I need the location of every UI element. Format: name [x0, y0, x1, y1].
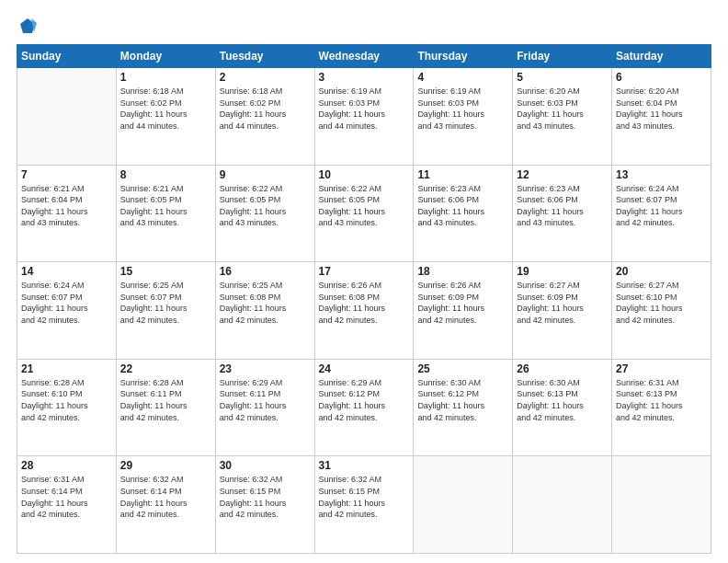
header [17, 17, 711, 35]
day-info: Sunrise: 6:29 AMSunset: 6:12 PMDaylight:… [319, 377, 410, 423]
calendar-cell: 29Sunrise: 6:32 AMSunset: 6:14 PMDayligh… [116, 456, 215, 554]
calendar-cell: 31Sunrise: 6:32 AMSunset: 6:15 PMDayligh… [314, 456, 414, 554]
day-number: 6 [616, 71, 707, 84]
day-info: Sunrise: 6:18 AMSunset: 6:02 PMDaylight:… [220, 86, 311, 132]
calendar-cell: 6Sunrise: 6:20 AMSunset: 6:04 PMDaylight… [612, 68, 711, 166]
calendar-cell: 4Sunrise: 6:19 AMSunset: 6:03 PMDaylight… [414, 68, 513, 166]
day-header-monday: Monday [116, 45, 215, 68]
calendar-cell: 5Sunrise: 6:20 AMSunset: 6:03 PMDaylight… [513, 68, 612, 166]
day-number: 4 [417, 71, 508, 84]
calendar-cell: 8Sunrise: 6:21 AMSunset: 6:05 PMDaylight… [116, 165, 215, 262]
day-number: 8 [120, 168, 211, 181]
day-info: Sunrise: 6:25 AMSunset: 6:07 PMDaylight:… [120, 280, 211, 326]
calendar-cell: 14Sunrise: 6:24 AMSunset: 6:07 PMDayligh… [17, 262, 117, 360]
day-number: 14 [21, 265, 112, 278]
day-number: 15 [120, 265, 211, 278]
day-number: 5 [517, 71, 608, 84]
calendar-week-1: 1Sunrise: 6:18 AMSunset: 6:02 PMDaylight… [17, 68, 711, 166]
calendar-cell: 19Sunrise: 6:27 AMSunset: 6:09 PMDayligh… [513, 262, 612, 360]
day-header-thursday: Thursday [414, 45, 513, 68]
day-info: Sunrise: 6:32 AMSunset: 6:14 PMDaylight:… [120, 474, 211, 520]
day-number: 30 [220, 459, 311, 472]
day-info: Sunrise: 6:31 AMSunset: 6:13 PMDaylight:… [616, 377, 707, 423]
calendar-cell: 2Sunrise: 6:18 AMSunset: 6:02 PMDaylight… [215, 68, 314, 166]
day-info: Sunrise: 6:30 AMSunset: 6:13 PMDaylight:… [517, 377, 608, 423]
calendar-cell: 21Sunrise: 6:28 AMSunset: 6:10 PMDayligh… [17, 359, 117, 456]
day-info: Sunrise: 6:28 AMSunset: 6:10 PMDaylight:… [21, 377, 112, 423]
day-info: Sunrise: 6:20 AMSunset: 6:04 PMDaylight:… [616, 86, 707, 132]
day-header-friday: Friday [513, 45, 612, 68]
calendar-cell: 12Sunrise: 6:23 AMSunset: 6:06 PMDayligh… [513, 165, 612, 262]
day-info: Sunrise: 6:29 AMSunset: 6:11 PMDaylight:… [220, 377, 311, 423]
day-info: Sunrise: 6:30 AMSunset: 6:12 PMDaylight:… [417, 377, 508, 423]
day-number: 22 [120, 362, 211, 375]
day-info: Sunrise: 6:21 AMSunset: 6:05 PMDaylight:… [120, 183, 211, 229]
day-number: 26 [517, 362, 608, 375]
day-header-saturday: Saturday [612, 45, 711, 68]
day-number: 29 [120, 459, 211, 472]
calendar-cell: 26Sunrise: 6:30 AMSunset: 6:13 PMDayligh… [513, 359, 612, 456]
day-info: Sunrise: 6:26 AMSunset: 6:08 PMDaylight:… [319, 280, 410, 326]
day-number: 1 [120, 71, 211, 84]
calendar-cell: 10Sunrise: 6:22 AMSunset: 6:05 PMDayligh… [314, 165, 414, 262]
calendar-cell: 24Sunrise: 6:29 AMSunset: 6:12 PMDayligh… [314, 359, 414, 456]
calendar-header-row: SundayMondayTuesdayWednesdayThursdayFrid… [17, 45, 711, 68]
calendar-cell [513, 456, 612, 554]
day-number: 7 [21, 168, 112, 181]
day-info: Sunrise: 6:18 AMSunset: 6:02 PMDaylight:… [120, 86, 211, 132]
calendar-table: SundayMondayTuesdayWednesdayThursdayFrid… [17, 44, 711, 554]
day-header-sunday: Sunday [17, 45, 117, 68]
calendar-cell: 16Sunrise: 6:25 AMSunset: 6:08 PMDayligh… [215, 262, 314, 360]
calendar-cell: 20Sunrise: 6:27 AMSunset: 6:10 PMDayligh… [612, 262, 711, 360]
day-info: Sunrise: 6:21 AMSunset: 6:04 PMDaylight:… [21, 183, 112, 229]
calendar-cell: 7Sunrise: 6:21 AMSunset: 6:04 PMDaylight… [17, 165, 117, 262]
day-number: 11 [417, 168, 508, 181]
day-number: 16 [220, 265, 311, 278]
day-info: Sunrise: 6:32 AMSunset: 6:15 PMDaylight:… [220, 474, 311, 520]
calendar-cell: 15Sunrise: 6:25 AMSunset: 6:07 PMDayligh… [116, 262, 215, 360]
day-number: 23 [220, 362, 311, 375]
calendar-cell: 25Sunrise: 6:30 AMSunset: 6:12 PMDayligh… [414, 359, 513, 456]
calendar-week-2: 7Sunrise: 6:21 AMSunset: 6:04 PMDaylight… [17, 165, 711, 262]
calendar-cell: 9Sunrise: 6:22 AMSunset: 6:05 PMDaylight… [215, 165, 314, 262]
calendar-week-3: 14Sunrise: 6:24 AMSunset: 6:07 PMDayligh… [17, 262, 711, 360]
day-info: Sunrise: 6:27 AMSunset: 6:09 PMDaylight:… [517, 280, 608, 326]
day-number: 13 [616, 168, 707, 181]
calendar-cell: 3Sunrise: 6:19 AMSunset: 6:03 PMDaylight… [314, 68, 414, 166]
day-info: Sunrise: 6:23 AMSunset: 6:06 PMDaylight:… [517, 183, 608, 229]
day-info: Sunrise: 6:32 AMSunset: 6:15 PMDaylight:… [319, 474, 410, 520]
calendar-cell: 22Sunrise: 6:28 AMSunset: 6:11 PMDayligh… [116, 359, 215, 456]
logo-icon [18, 17, 37, 35]
calendar-week-5: 28Sunrise: 6:31 AMSunset: 6:14 PMDayligh… [17, 456, 711, 554]
calendar-cell: 11Sunrise: 6:23 AMSunset: 6:06 PMDayligh… [414, 165, 513, 262]
calendar-cell [414, 456, 513, 554]
day-info: Sunrise: 6:20 AMSunset: 6:03 PMDaylight:… [517, 86, 608, 132]
day-info: Sunrise: 6:31 AMSunset: 6:14 PMDaylight:… [21, 474, 112, 520]
calendar-cell: 27Sunrise: 6:31 AMSunset: 6:13 PMDayligh… [612, 359, 711, 456]
day-info: Sunrise: 6:24 AMSunset: 6:07 PMDaylight:… [21, 280, 112, 326]
day-number: 12 [517, 168, 608, 181]
day-info: Sunrise: 6:22 AMSunset: 6:05 PMDaylight:… [220, 183, 311, 229]
day-info: Sunrise: 6:19 AMSunset: 6:03 PMDaylight:… [417, 86, 508, 132]
calendar-cell [17, 68, 117, 166]
page: SundayMondayTuesdayWednesdayThursdayFrid… [0, 0, 728, 563]
calendar-cell [612, 456, 711, 554]
calendar-week-4: 21Sunrise: 6:28 AMSunset: 6:10 PMDayligh… [17, 359, 711, 456]
calendar-cell: 23Sunrise: 6:29 AMSunset: 6:11 PMDayligh… [215, 359, 314, 456]
calendar-cell: 13Sunrise: 6:24 AMSunset: 6:07 PMDayligh… [612, 165, 711, 262]
day-header-tuesday: Tuesday [215, 45, 314, 68]
day-info: Sunrise: 6:26 AMSunset: 6:09 PMDaylight:… [417, 280, 508, 326]
day-number: 27 [616, 362, 707, 375]
calendar-cell: 18Sunrise: 6:26 AMSunset: 6:09 PMDayligh… [414, 262, 513, 360]
day-number: 21 [21, 362, 112, 375]
day-info: Sunrise: 6:22 AMSunset: 6:05 PMDaylight:… [319, 183, 410, 229]
day-number: 25 [417, 362, 508, 375]
calendar-cell: 30Sunrise: 6:32 AMSunset: 6:15 PMDayligh… [215, 456, 314, 554]
calendar-cell: 17Sunrise: 6:26 AMSunset: 6:08 PMDayligh… [314, 262, 414, 360]
day-number: 9 [220, 168, 311, 181]
day-number: 31 [319, 459, 410, 472]
day-number: 17 [319, 265, 410, 278]
day-number: 24 [319, 362, 410, 375]
day-number: 3 [319, 71, 410, 84]
day-info: Sunrise: 6:23 AMSunset: 6:06 PMDaylight:… [417, 183, 508, 229]
